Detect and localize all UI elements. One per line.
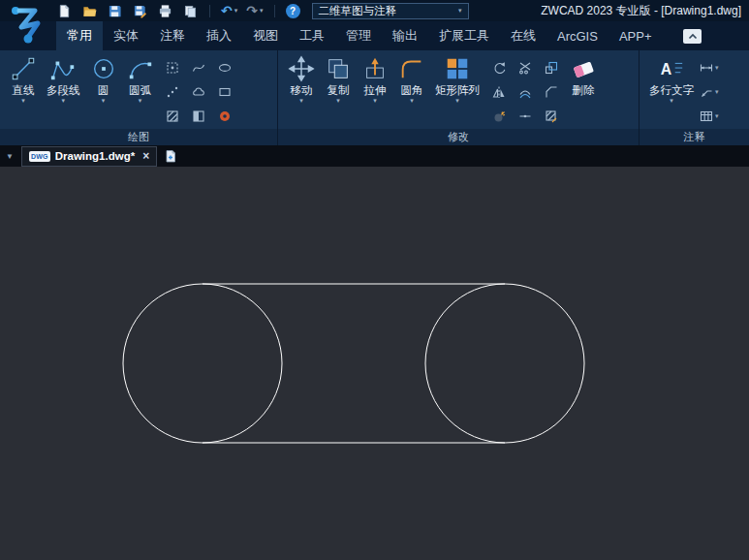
gradient-button[interactable] (186, 104, 212, 128)
hatch-button[interactable] (160, 104, 186, 128)
region-button[interactable] (212, 79, 238, 104)
donut-button[interactable] (212, 104, 238, 128)
new-tab-button[interactable] (162, 148, 179, 164)
explode-button[interactable] (485, 104, 512, 128)
arc-button[interactable]: 圆弧 ▾ (123, 53, 158, 105)
tab-solid[interactable]: 实体 (103, 21, 149, 50)
trim-button[interactable] (512, 55, 538, 79)
publish-button[interactable] (182, 3, 199, 19)
table-icon (700, 109, 713, 123)
chamfer-button[interactable] (538, 79, 564, 104)
erase-button[interactable]: 删除 (566, 53, 601, 97)
undo-icon: ↶ (221, 4, 233, 17)
zwcad-logo[interactable] (3, 1, 51, 47)
ellipse-button[interactable] (212, 55, 238, 79)
tab-view[interactable]: 视图 (242, 21, 289, 50)
circle-button[interactable]: 圆 ▾ (86, 53, 121, 105)
fillet-button[interactable]: 圆角 ▾ (394, 53, 429, 105)
plot-icon (158, 4, 172, 18)
table-button[interactable]: ▾ (700, 104, 719, 128)
multiple-points-button[interactable] (160, 79, 186, 104)
dwg-file-icon: DWG (29, 151, 50, 162)
tab-output[interactable]: 输出 (382, 21, 428, 50)
leader-icon (700, 85, 713, 99)
copy-icon (325, 55, 352, 82)
spline-icon (192, 61, 205, 75)
mtext-button[interactable]: A 多行文字 ▾ (645, 53, 698, 105)
tab-tools[interactable]: 工具 (289, 21, 335, 50)
polyline-button[interactable]: 多段线 ▾ (43, 53, 84, 105)
tab-insert[interactable]: 插入 (196, 21, 242, 50)
panel-label-annotate: 注释 (640, 129, 749, 145)
tab-app-plus[interactable]: APP+ (609, 21, 663, 50)
dropdown-caret: ▾ (139, 97, 142, 105)
scale-button[interactable] (538, 55, 564, 79)
drawing-canvas[interactable] (0, 167, 749, 560)
undo-button[interactable]: ↶ ▾ (221, 4, 237, 17)
workspace-label: 二维草图与注释 (319, 4, 397, 18)
point-icon (166, 61, 179, 75)
ribbon-collapse-button[interactable] (683, 29, 702, 44)
dropdown-caret: ▾ (299, 97, 303, 105)
leader-button[interactable]: ▾ (700, 79, 719, 104)
tab-manage[interactable]: 管理 (335, 21, 382, 50)
stretch-button[interactable]: 拉伸 ▾ (358, 53, 392, 105)
rotate-icon (492, 61, 506, 75)
open-folder-icon (82, 4, 97, 18)
offset-button[interactable] (512, 79, 538, 104)
new-file-button[interactable] (56, 3, 73, 19)
document-tab-bar: ▼ DWG Drawing1.dwg* × (0, 145, 749, 167)
dimension-icon (700, 61, 713, 75)
window-title: ZWCAD 2023 专业版 - [Drawing1.dwg] (541, 3, 749, 19)
tab-online[interactable]: 在线 (500, 21, 546, 50)
drawing-viewport[interactable] (0, 167, 749, 560)
spline-button[interactable] (186, 55, 212, 79)
leader-dropdown-caret[interactable]: ▾ (715, 88, 719, 96)
workspace-selector[interactable]: 二维草图与注释 ▾ (312, 3, 469, 19)
drawn-circle-right[interactable] (425, 284, 584, 443)
tab-arcgis[interactable]: ArcGIS (546, 21, 609, 50)
mirror-button[interactable] (485, 79, 512, 104)
new-file-icon (57, 4, 72, 18)
save-as-button[interactable] (132, 3, 148, 19)
redo-dropdown-caret[interactable]: ▾ (260, 7, 264, 15)
toolbar-separator (274, 5, 275, 17)
panel-draw: 直线 ▾ 多段线 ▾ 圆 ▾ 圆弧 ▾ (0, 50, 278, 145)
document-tab[interactable]: DWG Drawing1.dwg* × (21, 146, 157, 167)
revision-cloud-button[interactable] (186, 79, 212, 104)
drawn-circle-left[interactable] (123, 284, 282, 443)
help-icon: ? (290, 6, 296, 16)
dropdown-caret: ▾ (102, 97, 106, 105)
points-icon (166, 85, 179, 99)
plot-button[interactable] (157, 3, 173, 19)
line-icon (10, 55, 37, 82)
file-tabs-menu-button[interactable]: ▼ (3, 152, 16, 161)
arc-icon (127, 55, 154, 82)
join-button[interactable] (512, 104, 538, 128)
quick-access-toolbar: ↶ ▾ ↷ ▾ ? (56, 3, 300, 19)
move-button[interactable]: 移动 ▾ (284, 53, 319, 105)
stretch-icon (361, 55, 389, 82)
tab-express-tools[interactable]: 扩展工具 (428, 21, 500, 50)
copy-button[interactable]: 复制 ▾ (321, 53, 356, 105)
point-style-button[interactable] (160, 55, 186, 79)
line-button[interactable]: 直线 ▾ (6, 53, 41, 105)
edit-hatch-button[interactable] (538, 104, 564, 128)
mirror-icon (492, 85, 506, 99)
redo-button[interactable]: ↷ ▾ (246, 4, 263, 17)
open-button[interactable] (81, 3, 98, 19)
undo-dropdown-caret[interactable]: ▾ (234, 7, 238, 15)
dimension-dropdown-caret[interactable]: ▾ (715, 64, 719, 72)
tab-annotate[interactable]: 注释 (149, 21, 196, 50)
redo-icon: ↷ (246, 4, 258, 17)
dropdown-caret: ▾ (670, 97, 673, 105)
rect-array-button[interactable]: 矩形阵列 ▾ (431, 53, 484, 105)
save-button[interactable] (107, 3, 123, 19)
rotate-button[interactable] (485, 55, 512, 79)
trim-icon (518, 61, 532, 75)
table-dropdown-caret[interactable]: ▾ (715, 112, 719, 120)
close-tab-icon[interactable]: × (142, 150, 149, 162)
help-button[interactable]: ? (286, 4, 300, 18)
tab-home[interactable]: 常用 (56, 21, 103, 50)
dimension-button[interactable]: ▾ (700, 55, 719, 79)
